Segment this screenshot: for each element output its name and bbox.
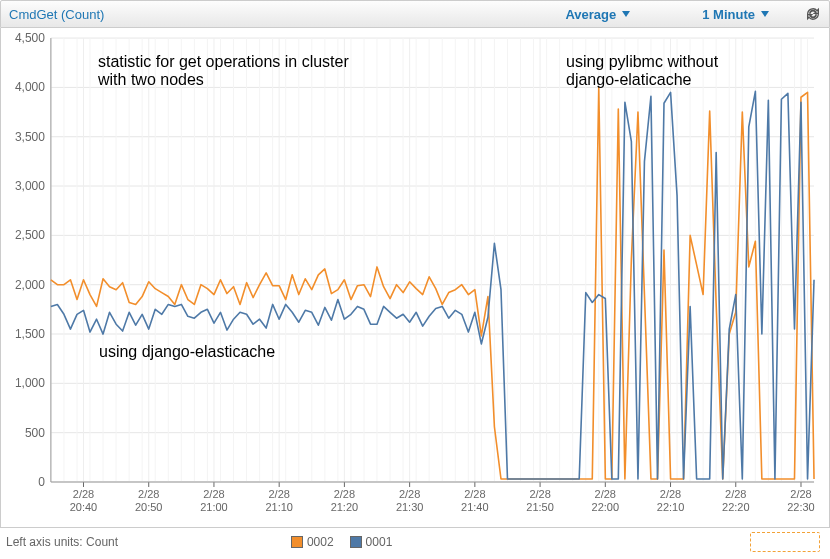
chart-footer: Left axis units: Count 0002 0001 [0, 528, 830, 556]
chart-area: 05001,0001,5002,0002,5003,0003,5004,0004… [0, 28, 830, 528]
chart-title[interactable]: CmdGet (Count) [9, 7, 104, 22]
svg-text:3,000: 3,000 [15, 179, 45, 193]
svg-text:2/28: 2/28 [73, 488, 94, 500]
refresh-button[interactable] [805, 6, 821, 22]
svg-text:2/28: 2/28 [790, 488, 811, 500]
legend-swatch-0002 [291, 536, 303, 548]
svg-text:21:20: 21:20 [331, 501, 358, 513]
svg-text:2/28: 2/28 [660, 488, 681, 500]
svg-text:2/28: 2/28 [595, 488, 616, 500]
chevron-down-icon [622, 11, 630, 17]
svg-text:2/28: 2/28 [725, 488, 746, 500]
svg-text:21:10: 21:10 [265, 501, 292, 513]
legend-label-0001: 0001 [366, 535, 393, 549]
svg-text:22:20: 22:20 [722, 501, 749, 513]
svg-text:2/28: 2/28 [399, 488, 420, 500]
svg-text:2/28: 2/28 [138, 488, 159, 500]
svg-text:20:50: 20:50 [135, 501, 162, 513]
svg-text:2,500: 2,500 [15, 228, 45, 242]
aggregation-label: Average [565, 7, 616, 22]
selection-placeholder [750, 532, 820, 552]
svg-text:4,000: 4,000 [15, 80, 45, 94]
svg-text:2/28: 2/28 [203, 488, 224, 500]
svg-text:500: 500 [25, 426, 45, 440]
period-dropdown[interactable]: 1 Minute [696, 7, 775, 22]
legend-label-0002: 0002 [307, 535, 334, 549]
svg-text:20:40: 20:40 [70, 501, 97, 513]
left-axis-units: Left axis units: Count [6, 535, 118, 549]
svg-text:22:30: 22:30 [787, 501, 814, 513]
svg-text:21:40: 21:40 [461, 501, 488, 513]
chevron-down-icon [761, 11, 769, 17]
svg-text:2/28: 2/28 [464, 488, 485, 500]
chart-toolbar: CmdGet (Count) Average 1 Minute [0, 0, 830, 28]
svg-text:21:30: 21:30 [396, 501, 423, 513]
svg-text:2,000: 2,000 [15, 278, 45, 292]
svg-text:3,500: 3,500 [15, 130, 45, 144]
period-label: 1 Minute [702, 7, 755, 22]
svg-text:1,500: 1,500 [15, 327, 45, 341]
aggregation-dropdown[interactable]: Average [559, 7, 636, 22]
svg-text:4,500: 4,500 [15, 31, 45, 45]
svg-text:1,000: 1,000 [15, 376, 45, 390]
legend: 0002 0001 [291, 535, 404, 549]
svg-text:21:50: 21:50 [526, 501, 553, 513]
svg-text:0: 0 [38, 475, 45, 489]
svg-text:21:00: 21:00 [200, 501, 227, 513]
svg-text:2/28: 2/28 [529, 488, 550, 500]
svg-text:2/28: 2/28 [268, 488, 289, 500]
svg-text:22:10: 22:10 [657, 501, 684, 513]
legend-swatch-0001 [350, 536, 362, 548]
svg-text:2/28: 2/28 [334, 488, 355, 500]
refresh-icon [805, 6, 821, 22]
svg-text:22:00: 22:00 [592, 501, 619, 513]
line-chart: 05001,0001,5002,0002,5003,0003,5004,0004… [1, 28, 829, 527]
